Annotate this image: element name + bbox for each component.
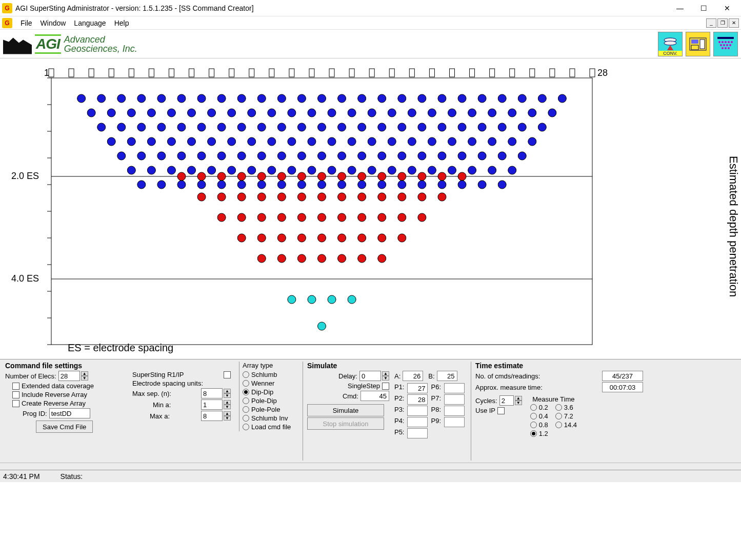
array-radio-pole-pole[interactable] xyxy=(243,406,249,413)
mdi-close-button[interactable]: ✕ xyxy=(729,18,739,28)
svg-point-271 xyxy=(338,254,346,263)
svg-point-102 xyxy=(328,109,336,117)
maxsep-input[interactable] xyxy=(201,388,223,398)
close-button[interactable]: ✕ xyxy=(715,1,739,16)
svg-rect-41 xyxy=(470,69,475,77)
svg-point-255 xyxy=(378,213,386,222)
delay-input[interactable] xyxy=(359,371,381,381)
svg-point-157 xyxy=(508,137,516,146)
svg-point-277 xyxy=(348,295,356,304)
svg-point-16 xyxy=(722,47,724,49)
svg-point-266 xyxy=(398,234,406,242)
measure-time-radio[interactable] xyxy=(555,422,562,428)
svg-point-218 xyxy=(498,181,506,189)
num-elecs-down[interactable]: ▼ xyxy=(81,376,88,381)
svg-point-116 xyxy=(137,123,146,131)
svg-point-76 xyxy=(297,94,306,103)
ncmds-readout: 45/237 xyxy=(602,371,643,381)
svg-point-163 xyxy=(197,152,206,160)
svg-rect-46 xyxy=(570,69,575,77)
minimize-button[interactable]: — xyxy=(668,1,692,16)
bottom-panel: Command file settings Number of Elecs: ▲… xyxy=(0,359,741,463)
mdi-minimize-button[interactable]: _ xyxy=(706,18,716,28)
app-icon: G xyxy=(2,3,12,13)
simulate-button[interactable]: Simulate xyxy=(307,404,384,416)
svg-point-110 xyxy=(488,109,496,117)
svg-rect-24 xyxy=(129,69,134,77)
extended-checkbox[interactable] xyxy=(12,383,19,390)
svg-point-151 xyxy=(388,137,396,146)
svg-point-108 xyxy=(448,109,456,117)
r1ip-checkbox[interactable] xyxy=(224,371,231,378)
menu-window[interactable]: Window xyxy=(36,18,70,28)
svg-point-100 xyxy=(288,109,296,117)
measure-time-radio[interactable] xyxy=(530,413,537,419)
A-readout: 26 xyxy=(403,371,423,381)
svg-point-215 xyxy=(438,181,446,189)
svg-point-207 xyxy=(277,181,286,189)
singlestep-checkbox[interactable] xyxy=(382,383,389,390)
svg-point-71 xyxy=(197,94,206,103)
svg-point-270 xyxy=(318,254,326,263)
stop-simulation-button[interactable]: Stop simulation xyxy=(307,417,384,430)
svg-point-122 xyxy=(257,123,266,131)
menu-file[interactable]: File xyxy=(16,18,36,28)
cycles-input[interactable] xyxy=(499,395,514,406)
svg-point-9 xyxy=(725,41,727,43)
tool-conv-button[interactable]: CONV. xyxy=(658,32,683,56)
delay-label: Delay: xyxy=(338,372,357,380)
useip-checkbox[interactable] xyxy=(497,407,505,414)
measure-time-radio[interactable] xyxy=(555,404,562,411)
svg-point-145 xyxy=(268,137,276,146)
tool-pseudosection-button[interactable] xyxy=(713,32,738,56)
array-radio-pole-dip[interactable] xyxy=(243,397,249,404)
array-radio-load cmd file[interactable] xyxy=(243,424,249,430)
measure-time-radio[interactable] xyxy=(530,422,537,428)
svg-point-203 xyxy=(197,181,206,189)
num-elecs-up[interactable]: ▲ xyxy=(81,371,88,376)
svg-point-89 xyxy=(558,94,566,103)
include-rev-checkbox[interactable] xyxy=(12,391,19,398)
create-rev-checkbox[interactable] xyxy=(12,400,19,407)
maxa-input[interactable] xyxy=(201,411,223,421)
menu-language[interactable]: Language xyxy=(70,18,110,28)
svg-point-103 xyxy=(348,109,356,117)
approx-label: Approx. measure time: xyxy=(475,384,543,391)
array-radio-dip-dip[interactable] xyxy=(243,389,249,395)
menu-help[interactable]: Help xyxy=(110,18,133,28)
measure-time-radio[interactable] xyxy=(555,413,562,419)
svg-point-81 xyxy=(398,94,406,103)
measure-time-radio[interactable] xyxy=(530,404,537,411)
svg-point-194 xyxy=(408,166,416,174)
svg-point-212 xyxy=(378,181,386,189)
num-elecs-input[interactable] xyxy=(58,371,80,381)
svg-rect-35 xyxy=(349,69,354,77)
mdi-restore-button[interactable]: ❐ xyxy=(717,18,728,28)
tool-instrument-button[interactable] xyxy=(686,32,710,56)
array-label: Pole-Dip xyxy=(251,396,277,405)
svg-rect-21 xyxy=(69,69,74,77)
mina-input[interactable] xyxy=(201,399,223,410)
save-cmd-button[interactable]: Save Cmd File xyxy=(36,421,93,433)
svg-point-278 xyxy=(318,322,326,330)
B-label: B: xyxy=(428,372,434,380)
svg-point-273 xyxy=(378,254,386,263)
array-radio-wenner[interactable] xyxy=(243,380,249,387)
measure-time-radio[interactable] xyxy=(530,430,537,437)
maximize-button[interactable]: ☐ xyxy=(692,1,715,16)
svg-rect-42 xyxy=(490,69,495,77)
cmdfile-params-group: SuperSting R1/IP Electrode spacing units… xyxy=(130,362,233,461)
mina-label: Min a: xyxy=(153,401,171,409)
include-rev-label: Include Reverse Array xyxy=(22,391,87,398)
svg-point-165 xyxy=(237,152,246,160)
array-radio-schlumb inv[interactable] xyxy=(243,415,249,422)
svg-point-80 xyxy=(378,94,386,103)
svg-point-131 xyxy=(438,123,446,131)
progid-input[interactable] xyxy=(49,408,90,418)
svg-point-213 xyxy=(398,181,406,189)
svg-point-274 xyxy=(288,295,296,304)
status-label: Status: xyxy=(61,472,83,481)
svg-point-191 xyxy=(348,166,356,174)
array-radio-schlumb[interactable] xyxy=(243,371,249,378)
svg-point-98 xyxy=(248,109,256,117)
